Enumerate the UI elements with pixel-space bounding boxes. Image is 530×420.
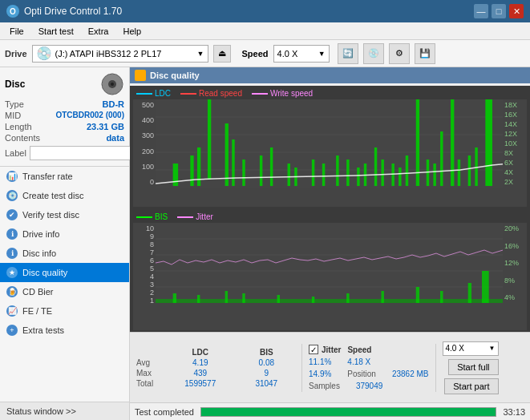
svg-rect-37 bbox=[475, 147, 477, 186]
svg-rect-11 bbox=[208, 99, 211, 180]
svg-rect-12 bbox=[225, 123, 229, 186]
avg-speed: 4.18 X bbox=[347, 357, 370, 366]
disc-length-row: Length 23.31 GB bbox=[5, 122, 124, 131]
svg-rect-55 bbox=[482, 271, 489, 303]
settings-button[interactable]: ⚙ bbox=[389, 43, 410, 64]
bottom-status: Test completed 33:13 bbox=[130, 402, 530, 420]
sidebar-item-transfer-rate[interactable]: 📊 Transfer rate bbox=[0, 167, 129, 186]
menu-extra[interactable]: Extra bbox=[82, 25, 115, 38]
drive-value: (J:) ATAPI iHBS312 2 PL17 bbox=[55, 49, 162, 59]
svg-rect-43 bbox=[156, 299, 503, 303]
svg-rect-47 bbox=[242, 293, 245, 303]
speed-dropdown-value: 4.0 X bbox=[446, 344, 464, 353]
position-value: 23862 MB bbox=[392, 370, 429, 378]
sidebar-item-disc-info[interactable]: ℹ Disc info bbox=[0, 244, 129, 263]
svg-rect-23 bbox=[357, 168, 359, 186]
eject-button[interactable]: ⏏ bbox=[213, 45, 231, 63]
sidebar-item-disc-quality[interactable]: ★ Disc quality bbox=[0, 263, 129, 282]
charts-container: LDC Read speed Write speed 5004003002001… bbox=[130, 86, 530, 332]
title-bar: O Opti Drive Control 1.70 — □ ✕ bbox=[0, 0, 530, 22]
maximize-button[interactable]: □ bbox=[492, 4, 506, 18]
start-full-button[interactable]: Start full bbox=[448, 359, 498, 375]
svg-rect-48 bbox=[277, 295, 280, 303]
disc-button[interactable]: 💿 bbox=[363, 43, 384, 64]
sidebar-item-cd-bier[interactable]: 🍺 CD Bier bbox=[0, 282, 129, 301]
svg-rect-44 bbox=[173, 293, 176, 303]
svg-rect-9 bbox=[190, 155, 193, 186]
jitter-label: Jitter bbox=[322, 345, 341, 354]
chart-top-svg-container: 0.02.55.07.510.012.515.017.520.022.525.0… bbox=[156, 99, 503, 188]
disc-section-label: Disc bbox=[5, 79, 25, 90]
drive-selector[interactable]: 💿 (J:) ATAPI iHBS312 2 PL17 ▼ bbox=[32, 45, 208, 63]
verify-icon: ✔ bbox=[6, 209, 18, 220]
content-area: Disc quality LDC Read speed Wr bbox=[130, 67, 530, 420]
svg-rect-51 bbox=[381, 291, 383, 303]
chart-bottom-svg-container: 0.02.55.07.510.012.515.017.520.022.525.0… bbox=[156, 223, 503, 303]
chart-bottom-legend: BIS Jitter bbox=[133, 211, 527, 223]
status-window-button[interactable]: Status window >> bbox=[0, 402, 129, 420]
disc-label-input[interactable] bbox=[30, 146, 138, 160]
nav-label-cd-bier: CD Bier bbox=[22, 287, 54, 297]
svg-rect-45 bbox=[197, 295, 200, 303]
legend-jitter: Jitter bbox=[177, 212, 213, 221]
svg-rect-25 bbox=[374, 147, 377, 186]
app-icon: O bbox=[6, 5, 19, 18]
menu-file[interactable]: File bbox=[3, 25, 30, 38]
samples-label: Samples bbox=[309, 382, 340, 390]
sidebar-item-verify-test-disc[interactable]: ✔ Verify test disc bbox=[0, 205, 129, 224]
disc-label-label: Label bbox=[5, 148, 26, 158]
sidebar-item-drive-info[interactable]: ℹ Drive info bbox=[0, 224, 129, 244]
legend-write-speed: Write speed bbox=[252, 89, 313, 98]
disc-mid-value: OTCBDR002 (000) bbox=[55, 111, 124, 120]
y-axis-left-top: 5004003002001000 bbox=[133, 99, 156, 188]
speed-dropdown-bottom[interactable]: 4.0 X ▼ bbox=[443, 341, 499, 356]
minimize-button[interactable]: — bbox=[474, 4, 488, 18]
legend-ldc: LDC bbox=[136, 89, 171, 98]
avg-bis: 0.08 bbox=[238, 357, 295, 368]
nav-label-disc-quality: Disc quality bbox=[22, 268, 67, 277]
disc-panel: Disc Type BD-R MID OTCBDR002 (000) Lengt… bbox=[0, 67, 129, 167]
svg-rect-38 bbox=[485, 99, 492, 186]
nav-label-fe-te: FE / TE bbox=[22, 306, 52, 316]
disc-label-row: Label ✏ bbox=[5, 145, 124, 161]
save-button[interactable]: 💾 bbox=[415, 43, 435, 64]
disc-contents-row: Contents data bbox=[5, 133, 124, 143]
window-controls: — □ ✕ bbox=[474, 4, 524, 18]
nav-label-drive-info: Drive info bbox=[22, 229, 59, 239]
col-bis: BIS bbox=[238, 347, 295, 357]
chart-top-legend: LDC Read speed Write speed bbox=[133, 87, 527, 99]
svg-rect-34 bbox=[451, 99, 454, 186]
legend-bis: BIS bbox=[136, 212, 168, 221]
status-window-label: Status window >> bbox=[6, 406, 76, 416]
close-button[interactable]: ✕ bbox=[509, 4, 524, 18]
svg-rect-20 bbox=[322, 164, 325, 186]
sidebar-item-create-test-disc[interactable]: 💿 Create test disc bbox=[0, 186, 129, 205]
disc-quality-icon: ★ bbox=[6, 267, 18, 278]
chart-top-svg bbox=[156, 99, 503, 188]
toolbar: Drive 💿 (J:) ATAPI iHBS312 2 PL17 ▼ ⏏ Sp… bbox=[0, 40, 530, 67]
sidebar-item-extra-tests[interactable]: + Extra tests bbox=[0, 321, 129, 340]
jitter-header: ✓ Jitter Speed bbox=[309, 345, 429, 354]
max-bis: 9 bbox=[238, 368, 295, 378]
svg-rect-15 bbox=[260, 155, 262, 186]
menu-help[interactable]: Help bbox=[116, 25, 148, 38]
extra-tests-icon: + bbox=[6, 325, 18, 336]
speed-selector[interactable]: 4.0 X ▼ bbox=[273, 45, 330, 63]
stats-row-avg-jitter: 11.1% 4.18 X bbox=[309, 357, 429, 366]
svg-rect-22 bbox=[346, 160, 349, 186]
jitter-checkbox[interactable]: ✓ bbox=[309, 345, 318, 354]
sidebar-item-fe-te[interactable]: 📈 FE / TE bbox=[0, 301, 129, 321]
svg-rect-33 bbox=[440, 131, 443, 186]
y-axis-right-top: 18X16X14X12X10X8X6X4X2X bbox=[503, 99, 527, 188]
drive-label: Drive bbox=[5, 49, 27, 59]
refresh-button[interactable]: 🔄 bbox=[338, 43, 358, 64]
speed-value: 4.0 X bbox=[277, 49, 298, 59]
start-part-button[interactable]: Start part bbox=[444, 378, 498, 394]
max-jitter: 14.9% bbox=[309, 370, 331, 378]
stats-total-row: Total 1599577 31047 bbox=[135, 378, 295, 389]
create-test-icon: 💿 bbox=[6, 190, 18, 201]
svg-rect-19 bbox=[312, 160, 314, 186]
svg-rect-13 bbox=[232, 139, 234, 186]
menu-start-test[interactable]: Start test bbox=[32, 25, 80, 38]
dropdown-arrow: ▼ bbox=[489, 345, 496, 352]
